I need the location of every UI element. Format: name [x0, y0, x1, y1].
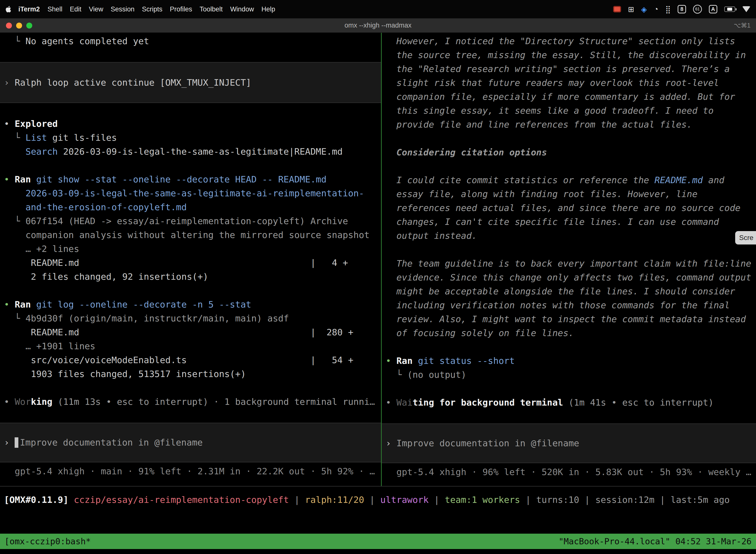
terminal-line: └ No agents completed yet — [0, 34, 381, 48]
zoom-window-button[interactable] — [26, 22, 32, 29]
terminal-line: However, I noticed the "Directory Struct… — [382, 34, 756, 48]
window-shortcut-hint: ⌥⌘1 — [734, 22, 751, 29]
menu-item-edit[interactable]: Edit — [66, 5, 85, 13]
apple-menu-icon[interactable] — [5, 5, 12, 13]
omx-status-bar: [OMX#0.11.9] cczip/essay/ai-reimplementa… — [0, 493, 756, 507]
terminal-line: slight risk that future readers may over… — [382, 76, 756, 90]
terminal-line: changes, I can't cite specific file line… — [382, 215, 756, 229]
terminal-line: review. Also, I might want to inspect th… — [382, 312, 756, 326]
terminal-line: • Ran git log --oneline --decorate -n 5 … — [0, 297, 381, 312]
terminal-line: • Working (11m 13s • esc to interrupt) ·… — [0, 395, 381, 409]
terminal-line: companion analysis without altering the … — [0, 228, 381, 242]
traffic-lights — [6, 18, 32, 33]
terminal-line: evidence. Since this change only affects… — [382, 271, 756, 284]
gauge-icon[interactable]: 61 — [693, 5, 702, 14]
terminal-line — [0, 159, 381, 172]
terminal-line: • Waiting for background terminal (1m 41… — [382, 396, 756, 409]
terminal-line: └ List git ls-files — [0, 131, 381, 145]
terminal-line: README.md | 280 + — [0, 325, 381, 339]
terminal-line — [0, 381, 381, 395]
app-menu-iterm2[interactable]: iTerm2 — [14, 5, 44, 13]
terminal-line: might be acceptable alongside the file l… — [382, 284, 756, 298]
tmux-status-bar: [omx-cczip0:bash* "MacBook-Pro-44.local"… — [0, 534, 756, 549]
terminal-line: README.md | 4 + — [0, 256, 381, 270]
terminal: └ No agents completed yet › Ralph loop a… — [0, 33, 756, 486]
terminal-line: the "Related research writing" section i… — [382, 62, 756, 76]
window-title: omx --xhigh --madmax — [344, 21, 412, 29]
right-agent-pane: However, I noticed the "Directory Struct… — [382, 33, 756, 486]
input-ghost-text: Improve documentation in @filename — [396, 436, 579, 450]
prompt-input-right[interactable]: › Improve documentation in @filename — [382, 424, 756, 463]
left-pane-transcript: • Explored └ List git ls-files Search 20… — [0, 117, 381, 409]
menu-item-window[interactable]: Window — [227, 5, 258, 13]
battery-fill — [727, 8, 732, 11]
terminal-line: 2026-03-09-is-legal-the-same-as-legitima… — [0, 186, 381, 200]
inject-banner: › Ralph loop active continue [OMX_TMUX_I… — [0, 62, 381, 103]
window-title-bar: omx --xhigh --madmax ⌥⌘1 — [0, 18, 756, 33]
menu-item-profiles[interactable]: Profiles — [166, 5, 196, 13]
tmux-host-clock: "MacBook-Pro-44.local" 04:52 31-Mar-26 — [559, 536, 752, 546]
prompt-input-left[interactable]: › Improve documentation in @filename — [0, 423, 381, 462]
menu-items: ShellEditViewSessionScriptsProfilesToolb… — [44, 5, 279, 13]
terminal-line: [OMX#0.11.9] cczip/essay/ai-reimplementa… — [0, 493, 756, 507]
terminal-line: 1903 files changed, 513517 insertions(+) — [0, 367, 381, 381]
menu-item-scripts[interactable]: Scripts — [138, 5, 166, 13]
terminal-line: Considering citation options — [382, 146, 756, 159]
terminal-line — [382, 243, 756, 257]
dots-grid-icon[interactable]: ⣿ — [665, 5, 671, 14]
battery-icon[interactable] — [724, 6, 735, 12]
terminal-line: Search 2026-03-09-is-legal-the-same-as-l… — [0, 145, 381, 159]
input-source-icon[interactable]: A — [709, 5, 717, 13]
terminal-line: › Ralph loop active continue [OMX_TMUX_I… — [0, 76, 251, 90]
terminal-line: essay file, along with finding root file… — [382, 187, 756, 201]
terminal-line — [382, 131, 756, 146]
text-cursor — [15, 437, 18, 448]
prompt-chevron: › — [4, 436, 15, 449]
terminal-line: companion file, especially if more comme… — [382, 90, 756, 104]
model-status-right: gpt-5.4 xhigh · 96% left · 520K in · 5.8… — [382, 465, 756, 479]
blue-app-icon[interactable]: ◈ — [641, 5, 647, 14]
input-ghost-text: Improve documentation in @filename — [20, 436, 203, 449]
menu-item-help[interactable]: Help — [258, 5, 279, 13]
close-window-button[interactable] — [6, 22, 12, 29]
recording-indicator-icon[interactable] — [613, 6, 621, 12]
clock-app-icon[interactable]: ◔ — [654, 5, 658, 13]
right-pane-transcript: However, I noticed the "Directory Struct… — [382, 34, 756, 409]
menu-item-toolbelt[interactable]: Toolbelt — [196, 5, 227, 13]
wifi-icon[interactable] — [742, 6, 751, 12]
menu-bar-status-icons: ⊞ ◈ ◔ ⣿ 8 61 A — [613, 5, 751, 14]
terminal-line: └ 4b9d30f (origin/main, instructkr/main,… — [0, 312, 381, 325]
menu-item-shell[interactable]: Shell — [44, 5, 66, 13]
terminal-line — [382, 159, 756, 173]
terminal-line: the source tree, missing the essay. Stil… — [382, 48, 756, 62]
terminal-line — [382, 340, 756, 354]
window-tiles-icon[interactable]: ⊞ — [628, 5, 634, 14]
terminal-line: 2 files changed, 92 insertions(+) — [0, 270, 381, 284]
terminal-line — [0, 284, 381, 297]
terminal-line: provide file and line references from th… — [382, 118, 756, 131]
terminal-line: src/voice/voiceModeEnabled.ts | 54 + — [0, 353, 381, 367]
terminal-line — [382, 382, 756, 396]
minimize-window-button[interactable] — [16, 22, 22, 29]
tmux-session-window[interactable]: [omx-cczip0:bash* — [4, 536, 91, 546]
terminal-line: The team guideline is to back every impo… — [382, 257, 756, 271]
app-icon-8[interactable]: 8 — [678, 5, 686, 13]
screen-overlay-badge: Scre — [735, 231, 756, 244]
terminal-line: … +2 lines — [0, 242, 381, 256]
terminal-line: this single essay, it seems like a good … — [382, 104, 756, 118]
terminal-line: • Ran git status --short — [382, 354, 756, 368]
left-agent-pane: └ No agents completed yet › Ralph loop a… — [0, 33, 381, 486]
terminal-line: • Ran git show --stat --oneline --decora… — [0, 172, 381, 186]
prompt-chevron: › — [386, 436, 396, 450]
terminal-line: I could cite commit statistics or refere… — [382, 173, 756, 187]
terminal-line: including verification notes with those … — [382, 298, 756, 312]
terminal-line: └ 067f154 (HEAD -> essay/ai-reimplementa… — [0, 214, 381, 228]
pane-bottom-border — [0, 486, 756, 487]
macos-menu-bar: iTerm2 ShellEditViewSessionScriptsProfil… — [0, 0, 756, 18]
terminal-line: and-the-erosion-of-copyleft.md — [0, 200, 381, 214]
terminal-line: of focusing solely on file lines. — [382, 326, 756, 340]
terminal-line: └ (no output) — [382, 368, 756, 382]
model-status-left: gpt-5.4 xhigh · main · 91% left · 2.31M … — [0, 464, 381, 478]
menu-item-view[interactable]: View — [85, 5, 107, 13]
menu-item-session[interactable]: Session — [107, 5, 138, 13]
